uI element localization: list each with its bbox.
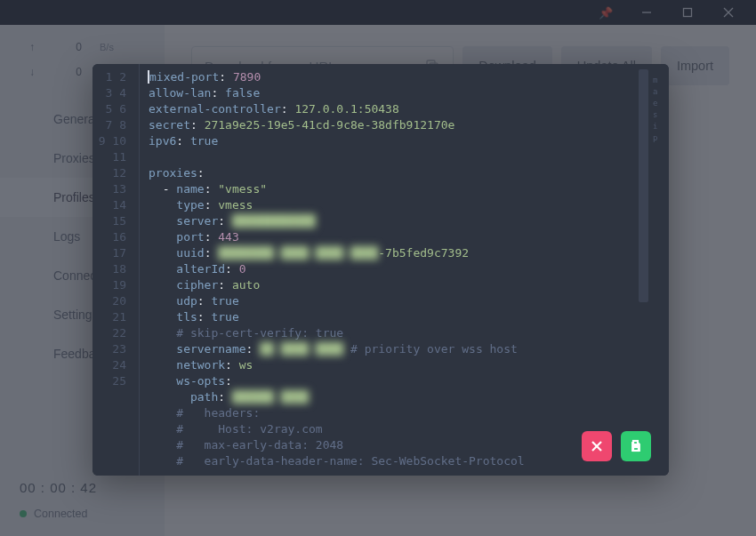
save-button[interactable] <box>621 431 651 461</box>
config-editor: 1 2 3 4 5 6 7 8 9 10 11 12 13 14 15 16 1… <box>92 64 669 476</box>
code-area[interactable]: mixed-port: 7890 allow-lan: false extern… <box>139 64 649 476</box>
minimap: m a e s i p <box>649 64 669 476</box>
svg-rect-9 <box>633 441 638 444</box>
line-gutter: 1 2 3 4 5 6 7 8 9 10 11 12 13 14 15 16 1… <box>92 64 139 476</box>
scrollbar[interactable] <box>639 69 648 302</box>
svg-rect-8 <box>633 447 639 451</box>
cancel-button[interactable] <box>582 431 612 461</box>
